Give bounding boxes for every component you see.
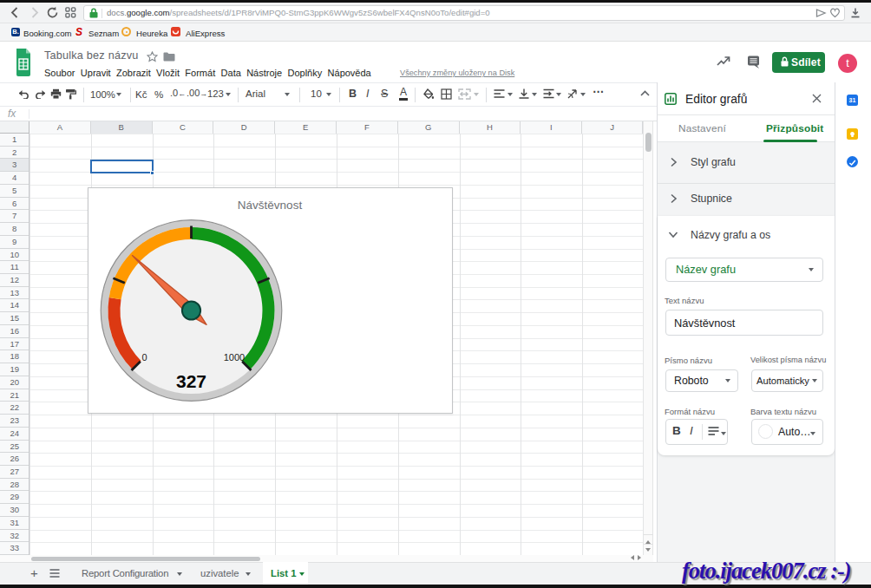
svg-text:327: 327 — [176, 371, 206, 391]
svg-text:0: 0 — [141, 352, 147, 363]
svg-text:1000: 1000 — [224, 352, 245, 363]
